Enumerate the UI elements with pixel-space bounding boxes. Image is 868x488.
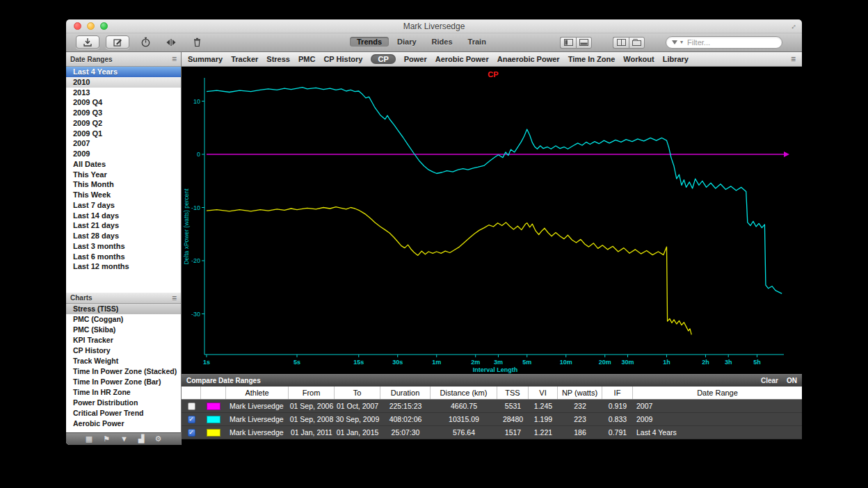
column-header-athlete[interactable]: Athlete — [226, 387, 289, 399]
tab-stress[interactable]: Stress — [266, 55, 290, 63]
segment-diary[interactable]: Diary — [390, 37, 424, 47]
compare-row-3[interactable]: ✓Mark Liversedge01 Jan, 201101 Jan, 2015… — [182, 426, 802, 439]
daterange-last-6-months[interactable]: Last 6 months — [66, 252, 181, 262]
toggle-left-sidebar-button[interactable] — [560, 37, 576, 49]
segment-train[interactable]: Train — [461, 37, 493, 47]
date-ranges-menu-icon[interactable]: ≡ — [172, 55, 177, 63]
column-header-distance-km[interactable]: Distance (km) — [431, 387, 497, 399]
toggle-bottom-panel-button[interactable] — [576, 37, 592, 49]
daterange-2009-q3[interactable]: 2009 Q3 — [66, 108, 181, 118]
from-cell: 01 Jan, 2011 — [289, 426, 335, 439]
segment-rides[interactable]: Rides — [425, 37, 460, 47]
row-checkbox[interactable] — [188, 402, 195, 410]
column-header-if[interactable]: IF — [602, 387, 633, 399]
filter-icon[interactable]: ▼ — [120, 435, 128, 443]
chart-item-aerobic-power[interactable]: Aerobic Power — [66, 418, 181, 429]
chart-item-pmc-skiba[interactable]: PMC (Skiba) — [66, 325, 181, 335]
daterange-2009-q1[interactable]: 2009 Q1 — [66, 129, 181, 139]
chart-item-time-in-hr-zone[interactable]: Time In HR Zone — [66, 387, 181, 398]
filter-input[interactable] — [686, 38, 762, 47]
zoom-button[interactable] — [100, 22, 108, 30]
row-checkbox[interactable]: ✓ — [188, 429, 195, 437]
fullscreen-icon[interactable]: ↔ — [787, 20, 798, 31]
flag-icon[interactable]: ⚑ — [103, 435, 110, 443]
intervals-button[interactable] — [161, 35, 181, 49]
column-header-vi[interactable]: VI — [529, 387, 558, 399]
daterange-last-7-days[interactable]: Last 7 days — [66, 200, 181, 211]
tab-summary[interactable]: Summary — [188, 55, 223, 63]
cp-chart[interactable]: CP100-10-20-301s5s15s30s1m2m3m5m10m20m30… — [182, 67, 802, 374]
tab-power[interactable]: Power — [404, 55, 427, 63]
daterange-2009-q4[interactable]: 2009 Q4 — [66, 97, 181, 108]
daterange-this-year[interactable]: This Year — [66, 170, 181, 180]
daterange-this-week[interactable]: This Week — [66, 190, 181, 200]
compare-row-2[interactable]: ✓Mark Liversedge01 Sep, 200830 Sep, 2009… — [182, 413, 802, 426]
chart-item-time-in-power-zone-bar[interactable]: Time In Power Zone (Bar) — [66, 377, 181, 387]
svg-text:1m: 1m — [432, 359, 441, 366]
settings-icon[interactable]: ⚙ — [154, 435, 161, 443]
svg-text:Delta xPower (watts) percent: Delta xPower (watts) percent — [183, 188, 190, 265]
charts-menu-icon[interactable]: ≡ — [172, 294, 177, 302]
chart-item-time-in-power-zone-stacked[interactable]: Time In Power Zone (Stacked) — [66, 366, 181, 377]
daterange-all-dates[interactable]: All Dates — [66, 159, 181, 170]
tab-workout[interactable]: Workout — [623, 55, 654, 63]
chart-item-track-weight[interactable]: Track Weight — [66, 356, 181, 366]
tab-cp[interactable]: CP — [371, 54, 395, 64]
minimize-button[interactable] — [87, 22, 95, 30]
chart-item-pmc-coggan[interactable]: PMC (Coggan) — [66, 314, 181, 325]
column-header-blank-1[interactable] — [201, 387, 226, 399]
on-toggle-button[interactable]: ON — [787, 377, 797, 384]
column-header-date-range[interactable]: Date Range — [633, 387, 802, 399]
tab-bar-menu-icon[interactable]: ≡ — [791, 55, 796, 63]
calendar-icon[interactable]: ▦ — [86, 435, 93, 443]
column-header-blank-0[interactable] — [182, 387, 201, 399]
daterange-last-28-days[interactable]: Last 28 days — [66, 231, 181, 241]
svg-text:2h: 2h — [702, 359, 709, 366]
daterange-last-12-months[interactable]: Last 12 months — [66, 261, 181, 272]
row-checkbox[interactable]: ✓ — [188, 416, 195, 423]
stats-icon[interactable]: ▟ — [138, 435, 144, 443]
daterange-2009-q2[interactable]: 2009 Q2 — [66, 118, 181, 129]
tabbed-view-button[interactable] — [629, 37, 645, 49]
athlete-cell: Mark Liversedge — [226, 400, 289, 412]
edit-button[interactable] — [106, 35, 129, 49]
chart-item-critical-power-trend[interactable]: Critical Power Trend — [66, 408, 181, 418]
daterange-last-4-years[interactable]: Last 4 Years — [66, 67, 181, 77]
column-header-from[interactable]: From — [289, 387, 335, 399]
filter-field[interactable]: ▾ — [666, 36, 782, 49]
titlebar[interactable]: Mark Liversedge ↔ — [66, 19, 802, 33]
tab-cp-history[interactable]: CP History — [323, 55, 362, 63]
tab-library[interactable]: Library — [663, 55, 689, 63]
column-header-tss[interactable]: TSS — [497, 387, 529, 399]
tab-pmc[interactable]: PMC — [298, 55, 315, 63]
daterange-2009[interactable]: 2009 — [66, 149, 181, 159]
column-header-to[interactable]: To — [335, 387, 380, 399]
close-button[interactable] — [74, 22, 81, 30]
daterange-this-month[interactable]: This Month — [66, 179, 181, 190]
tab-tracker[interactable]: Tracker — [231, 55, 258, 63]
column-header-np-watts[interactable]: NP (watts) — [558, 387, 602, 399]
stopwatch-button[interactable] — [136, 35, 155, 49]
chart-item-kpi-tracker[interactable]: KPI Tracker — [66, 335, 181, 345]
daterange-2007[interactable]: 2007 — [66, 138, 181, 149]
daterange-2013[interactable]: 2013 — [66, 88, 181, 98]
daterange-2010[interactable]: 2010 — [66, 77, 181, 88]
daterange-last-21-days[interactable]: Last 21 days — [66, 220, 181, 231]
daterange-last-14-days[interactable]: Last 14 days — [66, 211, 181, 221]
column-header-duration[interactable]: Duration — [380, 387, 431, 399]
athlete-cell: Mark Liversedge — [226, 413, 289, 425]
tab-anaerobic-power[interactable]: Anaerobic Power — [497, 55, 560, 63]
compare-row-1[interactable]: Mark Liversedge01 Sep, 200601 Oct, 20072… — [182, 400, 802, 413]
trash-button[interactable] — [187, 35, 207, 49]
sidebar: Date Ranges ≡ Last 4 Years201020132009 Q… — [66, 52, 182, 445]
daterange-last-3-months[interactable]: Last 3 months — [66, 241, 181, 252]
download-button[interactable] — [76, 35, 99, 49]
tab-aerobic-power[interactable]: Aerobic Power — [435, 55, 489, 63]
chart-item-power-distribution[interactable]: Power Distribution — [66, 398, 181, 408]
tab-time-in-zone[interactable]: Time In Zone — [568, 55, 616, 63]
segment-trends[interactable]: Trends — [350, 37, 389, 47]
chart-item-cp-history[interactable]: CP History — [66, 345, 181, 356]
chart-item-stress-tiss[interactable]: Stress (TISS) — [66, 304, 181, 314]
clear-button[interactable]: Clear — [761, 377, 778, 384]
tiled-view-button[interactable] — [613, 37, 629, 49]
